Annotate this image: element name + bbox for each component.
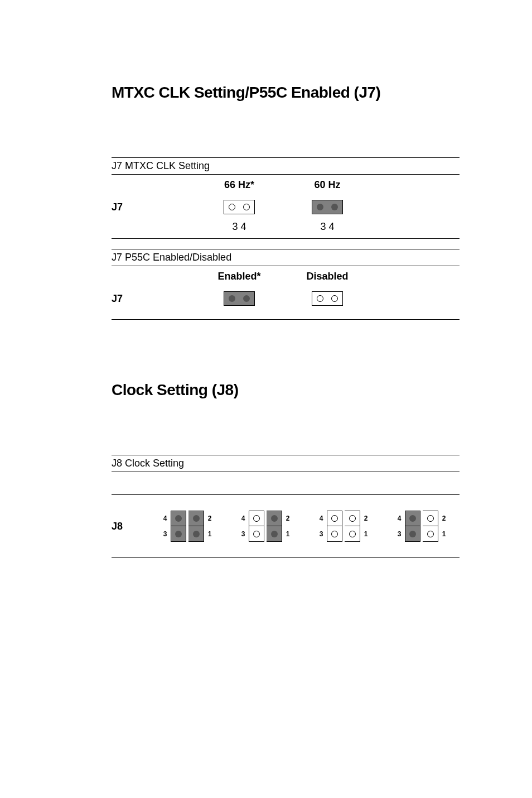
j8-option: 4 2 3 1 [318, 511, 369, 542]
pin-cell [405, 526, 420, 542]
pin-icon [271, 515, 278, 522]
pin-icon [175, 515, 182, 522]
pin-icon [229, 295, 235, 302]
pin-icon [253, 531, 260, 537]
pin-number: 3 [318, 530, 325, 538]
pin-icon [317, 204, 323, 210]
pin-icon [271, 531, 278, 537]
pin-number: 4 [396, 515, 403, 522]
pin-cell [249, 511, 264, 526]
pin-icon [349, 531, 356, 537]
pin-number: 4 [162, 515, 168, 522]
pin-number: 3 [396, 530, 403, 538]
table2-col1-label: Enabled* [195, 271, 283, 282]
pin-icon [331, 295, 338, 302]
pin-cell [345, 526, 360, 542]
jumper-open-icon [312, 291, 343, 306]
pin-cell [423, 526, 438, 542]
pin-number: 2 [284, 515, 291, 522]
pin-cell [327, 511, 342, 526]
pin-cell [249, 526, 264, 542]
section-gap [112, 320, 460, 381]
table1-col1-jumper [195, 200, 283, 214]
j8-option: 4 2 3 1 [240, 511, 291, 542]
table2-diagram-row: J7 [112, 287, 460, 320]
pin-icon [243, 204, 250, 210]
pin-cell [171, 526, 186, 542]
table-gap [112, 239, 460, 249]
pin-cell [171, 511, 186, 526]
table2-col2-label: Disabled [283, 271, 371, 282]
table2-header: J7 P55C Enabled/Disabled [112, 249, 460, 266]
pin-icon [175, 531, 182, 537]
pin-number: 2 [362, 515, 369, 522]
pin-number: 1 [206, 530, 213, 538]
table1-col2-pins: 3 4 [283, 221, 371, 233]
jumper-closed-icon [312, 200, 343, 214]
table1-col1-pins: 3 4 [195, 221, 283, 233]
pin-number: 1 [362, 530, 369, 538]
table2-col2-jumper [283, 291, 371, 306]
pin-icon [229, 204, 235, 210]
pin-cell [188, 511, 204, 526]
pin-number: 2 [441, 515, 447, 522]
section1-title: MTXC CLK Setting/P55C Enabled (J7) [112, 84, 460, 102]
jumper-open-icon [224, 200, 255, 214]
table3-diagram-row: J8 4 2 3 1 4 2 3 1 [112, 495, 460, 558]
pin-number: 1 [284, 530, 291, 538]
pin-cell [267, 526, 282, 542]
pin-cell [423, 511, 438, 526]
table3-blank-row [112, 472, 460, 495]
pin-icon [243, 295, 250, 302]
j8-option: 4 2 3 1 [162, 511, 213, 542]
pin-icon [331, 531, 338, 537]
pin-icon [193, 515, 200, 522]
pin-cell [345, 511, 360, 526]
pin-icon [349, 515, 356, 522]
pin-number: 2 [206, 515, 213, 522]
pin-icon [427, 531, 434, 537]
table1-col2-label: 60 Hz [283, 179, 371, 191]
pin-number: 3 [240, 530, 246, 538]
pin-cell [327, 526, 342, 542]
table1-col2-jumper [283, 200, 371, 214]
pin-icon [317, 295, 323, 302]
table1-col1-label: 66 Hz* [195, 179, 283, 191]
pin-icon [193, 531, 200, 537]
pin-icon [253, 515, 260, 522]
table1-label-row: 66 Hz* 60 Hz [112, 175, 460, 195]
pin-icon [409, 515, 416, 522]
table3-rowlabel: J8 [112, 521, 162, 532]
pin-cell [188, 526, 204, 542]
pin-number: 4 [318, 515, 325, 522]
section2-title: Clock Setting (J8) [112, 381, 460, 399]
pin-number: 1 [441, 530, 447, 538]
pin-icon [427, 515, 434, 522]
page-root: MTXC CLK Setting/P55C Enabled (J7) J7 MT… [0, 0, 532, 614]
j8-options-wrap: 4 2 3 1 4 2 3 1 4 [162, 511, 447, 542]
table2-rowlabel: J7 [112, 293, 195, 305]
pin-cell [405, 511, 420, 526]
pin-number: 4 [240, 515, 246, 522]
table2-col1-jumper [195, 291, 283, 306]
jumper-closed-icon [224, 291, 255, 306]
table1-pinlabels: 3 4 3 4 [112, 219, 460, 239]
pin-icon [331, 515, 338, 522]
table1-header: J7 MTXC CLK Setting [112, 157, 460, 175]
table2-label-row: Enabled* Disabled [112, 266, 460, 287]
j8-option: 4 2 3 1 [396, 511, 447, 542]
pin-number: 3 [162, 530, 168, 538]
table3-header: J8 Clock Setting [112, 455, 460, 472]
pin-icon [331, 204, 338, 210]
table1-diagram-row: J7 [112, 195, 460, 219]
table1-rowlabel: J7 [112, 201, 195, 213]
pin-icon [409, 531, 416, 537]
pin-cell [267, 511, 282, 526]
